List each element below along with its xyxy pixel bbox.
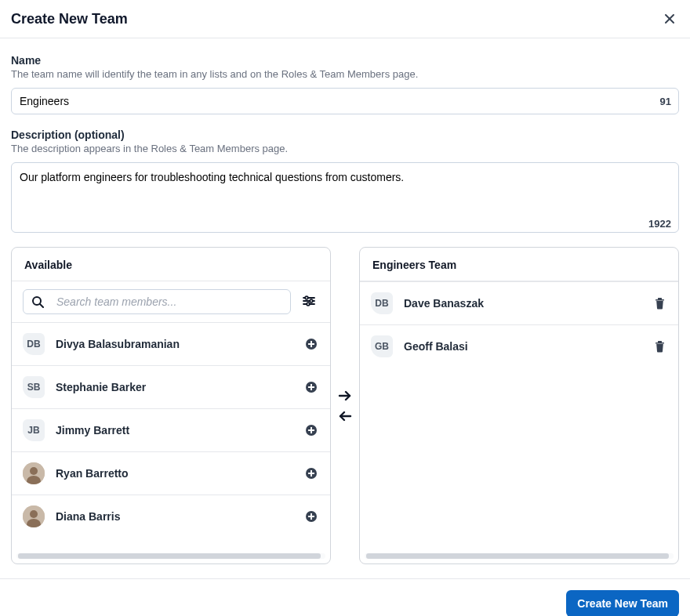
member-name: Ryan Barretto (56, 467, 303, 480)
name-counter: 91 (660, 96, 671, 107)
svg-rect-30 (308, 516, 314, 517)
dialog-body: Name The team name will identify the tea… (0, 38, 690, 564)
avatar (23, 505, 45, 527)
transfer-controls (331, 247, 359, 564)
add-member-button[interactable] (303, 336, 319, 352)
svg-rect-34 (658, 298, 662, 299)
add-icon (305, 338, 318, 350)
close-icon (663, 13, 676, 25)
filter-icon (302, 294, 316, 308)
svg-point-7 (310, 299, 313, 303)
search-input[interactable] (55, 295, 282, 309)
trash-icon (654, 340, 666, 353)
trash-icon (654, 297, 666, 310)
svg-point-9 (307, 303, 310, 306)
arrow-left-icon (337, 409, 353, 423)
svg-rect-35 (656, 342, 664, 344)
team-h-scrollbar[interactable] (365, 553, 674, 559)
avatar (23, 462, 45, 484)
remove-member-button[interactable] (652, 295, 667, 311)
close-button[interactable] (660, 9, 679, 28)
move-left-button[interactable] (336, 408, 354, 425)
member-name: Dave Banaszak (404, 297, 652, 310)
add-member-button[interactable] (303, 379, 319, 395)
avatar: GB (371, 335, 393, 357)
dialog-footer: Create New Team (0, 578, 690, 616)
move-right-button[interactable] (336, 387, 354, 404)
name-label: Name (11, 54, 679, 67)
svg-rect-15 (308, 386, 314, 388)
add-icon (305, 467, 318, 480)
available-h-scrollbar[interactable] (16, 553, 325, 559)
available-title: Available (12, 248, 330, 281)
arrow-right-icon (337, 389, 353, 403)
team-list[interactable]: DBDave BanaszakGBGeoff Balasi (360, 281, 678, 553)
dialog-header: Create New Team (0, 0, 690, 38)
name-help: The team name will identify the team in … (11, 68, 679, 80)
name-input-wrap: 91 (11, 88, 679, 114)
avatar: DB (23, 333, 45, 355)
add-icon (305, 510, 318, 523)
member-name: Stephanie Barker (56, 381, 303, 393)
list-item[interactable]: DBDave Banaszak (360, 281, 678, 324)
list-item[interactable]: JBJimmy Barrett (12, 408, 330, 451)
add-member-button[interactable] (303, 509, 319, 524)
svg-rect-24 (308, 473, 314, 474)
search-box[interactable] (23, 289, 291, 314)
add-member-button[interactable] (303, 422, 319, 438)
dual-list: Available (11, 247, 679, 564)
list-item[interactable]: DBDivya Balasubramanian (12, 322, 330, 365)
desc-help: The description appears in the Roles & T… (11, 143, 679, 154)
svg-rect-18 (308, 429, 314, 431)
add-icon (305, 424, 318, 437)
team-panel: Engineers Team DBDave BanaszakGBGeoff Ba… (359, 247, 679, 564)
svg-line-3 (40, 304, 43, 307)
member-name: Diana Barris (56, 510, 303, 523)
create-team-dialog: Create New Team Name The team name will … (0, 0, 690, 616)
remove-member-button[interactable] (652, 339, 667, 354)
desc-input-wrap: 1922 (11, 162, 679, 236)
member-name: Divya Balasubramanian (56, 338, 303, 350)
filter-button[interactable] (299, 291, 319, 313)
list-item[interactable]: Diana Barris (12, 495, 330, 538)
member-name: Jimmy Barrett (56, 424, 303, 437)
avatar: JB (23, 419, 45, 441)
svg-rect-12 (308, 343, 314, 345)
avatar: DB (371, 292, 393, 314)
avatar: SB (23, 376, 45, 398)
create-team-button[interactable]: Create New Team (566, 590, 679, 616)
svg-point-20 (30, 467, 38, 475)
svg-rect-36 (658, 341, 662, 342)
list-item[interactable]: GBGeoff Balasi (360, 324, 678, 368)
desc-counter: 1922 (648, 218, 671, 230)
list-item[interactable]: Ryan Barretto (12, 451, 330, 495)
available-search-row (12, 281, 330, 322)
add-member-button[interactable] (303, 466, 319, 481)
svg-rect-33 (656, 299, 664, 301)
add-icon (305, 381, 318, 393)
svg-point-5 (305, 296, 308, 299)
available-list[interactable]: DBDivya BalasubramanianSBStephanie Barke… (12, 322, 330, 553)
member-name: Geoff Balasi (404, 340, 652, 353)
search-icon (31, 295, 44, 308)
list-item[interactable]: SBStephanie Barker (12, 365, 330, 408)
svg-point-26 (30, 510, 38, 518)
name-input[interactable] (11, 88, 679, 114)
available-panel: Available (11, 247, 331, 564)
team-title: Engineers Team (360, 248, 678, 281)
desc-label: Description (optional) (11, 129, 679, 141)
desc-input[interactable] (11, 162, 679, 233)
dialog-title: Create New Team (11, 11, 128, 27)
